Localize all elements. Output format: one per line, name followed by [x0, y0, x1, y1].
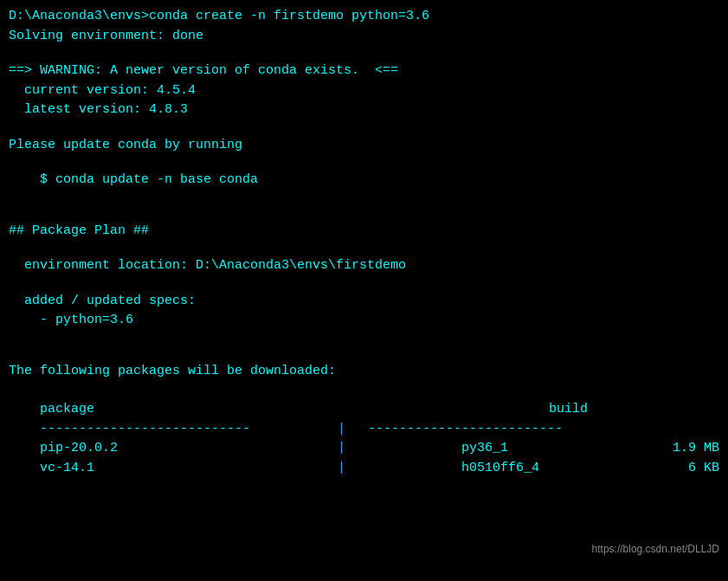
conda-update-cmd-line: $ conda update -n base conda — [9, 171, 719, 190]
latest-version-line: latest version: 4.8.3 — [9, 100, 719, 120]
python-spec-line: - python=3.6 — [9, 311, 719, 331]
divider-package: --------------------------- — [9, 420, 338, 440]
empty-line-10 — [9, 381, 719, 397]
table-row-divider-2: | — [338, 459, 345, 479]
table-row-vc: vc-14.1 | h0510ff6_4 6 KB — [9, 459, 719, 479]
pip-size: 1.9 MB — [641, 439, 719, 459]
terminal-window: D:\Anaconda3\envs>conda create -n firstd… — [0, 0, 728, 581]
table-row-divider-1: | — [338, 439, 345, 459]
watermark: https://blog.csdn.net/DLLJD — [592, 543, 719, 555]
env-location-line: environment location: D:\Anaconda3\envs\… — [9, 256, 719, 276]
table-row-pip: pip-20.0.2 | py36_1 1.9 MB — [9, 439, 719, 459]
header-build: build — [346, 400, 719, 420]
vc-package-name: vc-14.1 — [9, 459, 338, 479]
table-divider-bar: | — [338, 420, 345, 440]
pip-build: py36_1 — [352, 439, 641, 459]
empty-line-7 — [9, 276, 719, 292]
solving-line: Solving environment: done — [9, 27, 719, 47]
pip-package-name: pip-20.0.2 — [9, 439, 338, 459]
table-header-row: package build — [9, 400, 719, 420]
table-divider-row: --------------------------- | ----------… — [9, 420, 719, 440]
empty-line-3 — [9, 155, 719, 171]
vc-size: 6 KB — [641, 459, 719, 479]
vc-build: h0510ff6_4 — [352, 459, 641, 479]
following-pkgs-line: The following packages will be downloade… — [9, 362, 719, 382]
package-plan-line: ## Package Plan ## — [9, 222, 719, 242]
empty-line-1 — [9, 46, 719, 61]
empty-line-4 — [9, 190, 719, 206]
empty-line-2 — [9, 120, 719, 136]
empty-line-8 — [9, 331, 719, 346]
empty-line-9 — [9, 346, 719, 362]
warning-line: ==> WARNING: A newer version of conda ex… — [9, 61, 719, 81]
table-divider-header — [338, 400, 339, 420]
packages-table: package build --------------------------… — [9, 400, 719, 478]
please-update-line: Please update conda by running — [9, 136, 719, 156]
added-specs-line: added / updated specs: — [9, 292, 719, 312]
terminal-output: D:\Anaconda3\envs>conda create -n firstd… — [9, 7, 719, 478]
empty-line-6 — [9, 241, 719, 256]
empty-line-5 — [9, 206, 719, 222]
current-version-line: current version: 4.5.4 — [9, 81, 719, 101]
divider-build: ------------------------- — [352, 420, 719, 440]
cmd-line: D:\Anaconda3\envs>conda create -n firstd… — [9, 7, 719, 27]
header-package: package — [9, 400, 338, 420]
